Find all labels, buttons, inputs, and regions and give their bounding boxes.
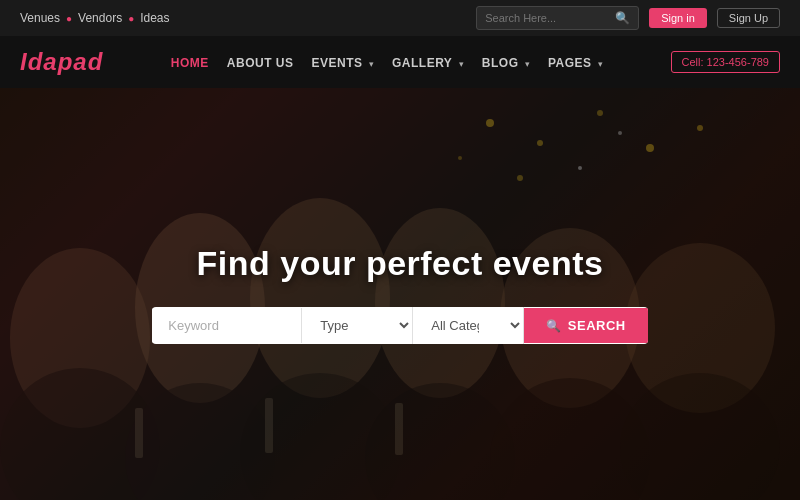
type-select-wrapper: Type [302,307,413,344]
nav-item-about[interactable]: ABOUT US [227,53,294,71]
blog-arrow-icon: ▾ [525,59,530,69]
nav-gallery-link[interactable]: GALLERY [392,56,452,70]
nav-item-home[interactable]: HOME [171,53,209,71]
events-arrow-icon: ▾ [369,59,374,69]
ideas-link[interactable]: Ideas [140,11,169,25]
nav-bar: Idapad HOME ABOUT US EVENTS ▾ GALLERY ▾ … [0,36,800,88]
search-icon: 🔍 [615,11,630,25]
pages-arrow-icon: ▾ [598,59,603,69]
search-icon: 🔍 [546,319,562,333]
nav-pages-link[interactable]: PAGES [548,56,592,70]
hero-search-form: Type All Categories 🔍 SEARCH [152,307,647,344]
nav-item-events[interactable]: EVENTS ▾ [312,53,374,71]
nav-item-pages[interactable]: PAGES ▾ [548,53,603,71]
dot-2: ● [128,13,134,24]
logo[interactable]: Idapad [20,48,103,76]
hero-title: Find your perfect events [197,244,604,283]
top-bar-links: Venues ● Vendors ● Ideas [20,11,170,25]
gallery-arrow-icon: ▾ [459,59,464,69]
nav-item-blog[interactable]: BLOG ▾ [482,53,530,71]
top-bar-right: 🔍 Sign in Sign Up [476,6,780,30]
categories-select-wrapper: All Categories [413,307,524,344]
vendors-link[interactable]: Vendors [78,11,122,25]
nav-links: HOME ABOUT US EVENTS ▾ GALLERY ▾ BLOG ▾ … [171,53,603,71]
nav-phone: Cell: 123-456-789 [671,51,780,73]
signin-button[interactable]: Sign in [649,8,707,28]
nav-about-link[interactable]: ABOUT US [227,56,294,70]
dot-1: ● [66,13,72,24]
hero-content: Find your perfect events Type All Catego… [0,88,800,500]
signup-button[interactable]: Sign Up [717,8,780,28]
hero-section: Find your perfect events Type All Catego… [0,88,800,500]
nav-home-link[interactable]: HOME [171,56,209,70]
top-search-input[interactable] [485,12,615,24]
nav-item-gallery[interactable]: GALLERY ▾ [392,53,464,71]
top-search-box[interactable]: 🔍 [476,6,639,30]
nav-events-link[interactable]: EVENTS [312,56,363,70]
nav-blog-link[interactable]: BLOG [482,56,519,70]
keyword-input[interactable] [152,308,302,343]
categories-select[interactable]: All Categories [413,307,523,344]
search-button[interactable]: 🔍 SEARCH [524,308,647,343]
type-select[interactable]: Type [302,307,412,344]
search-button-label: SEARCH [568,318,626,333]
venues-link[interactable]: Venues [20,11,60,25]
top-bar: Venues ● Vendors ● Ideas 🔍 Sign in Sign … [0,0,800,36]
